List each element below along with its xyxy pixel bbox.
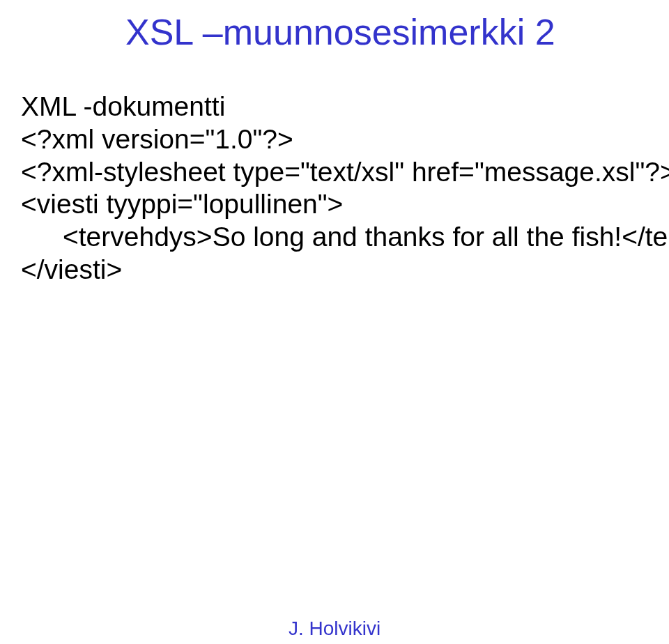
slide-footer: J. Holvikivi [0, 618, 669, 640]
content-line-2: <?xml version="1.0"?> [21, 123, 648, 156]
content-line-5: <tervehdys>So long and thanks for all th… [21, 221, 648, 254]
content-line-3: <?xml-stylesheet type="text/xsl" href="m… [21, 156, 648, 189]
content-line-6: </viesti> [21, 254, 648, 286]
content-line-1: XML -dokumentti [21, 91, 648, 123]
content-line-4: <viesti tyyppi="lopullinen"> [21, 188, 648, 221]
slide-title: XSL –muunnosesimerkki 2 [125, 11, 555, 53]
slide-content: XML -dokumentti <?xml version="1.0"?> <?… [21, 91, 648, 286]
